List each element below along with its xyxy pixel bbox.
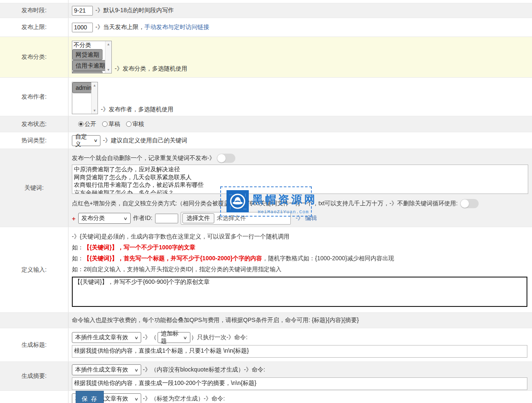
label-cell xyxy=(0,313,68,328)
keyword-category-select[interactable]: 发布分类 ∨ xyxy=(78,213,131,224)
title-gen-pre: -》（ xyxy=(143,334,157,341)
radio-checked-icon[interactable] xyxy=(78,121,84,127)
row-publish-limit: 发布上限: -》当天发布上限， 手动发布与定时访问链接 xyxy=(0,18,532,37)
define-instruction: -》{关键词}是必须的，生成内容字数也在这里定义，可以设置多个一行一个随机调用 xyxy=(72,233,532,240)
category-option[interactable]: 信用卡逾期 xyxy=(72,60,108,71)
hotword-type-select[interactable]: 自定义 ∨ xyxy=(72,135,100,146)
row-publish-author: 发布作者: admin ▲ ▼ -》发布作者，多选随机使用 xyxy=(0,78,532,116)
chevron-down-icon: ∨ xyxy=(134,335,138,340)
publish-time-desc: -》默认9-18点的时间段内写作 xyxy=(95,7,174,14)
publish-limit-desc: -》当天发布上限， xyxy=(95,24,145,31)
title-gen-command-textarea[interactable]: 根据我提供给你的内容，直接生成1个标题，只要1个标题 \n\n{标题} xyxy=(72,345,527,358)
title-gen-post: ）只执行一次-》命令: xyxy=(191,334,248,341)
radio-icon[interactable] xyxy=(102,121,108,127)
auto-delete-toggle[interactable] xyxy=(217,154,235,163)
row-keywords: 关键词: 发布一个就会自动删除一个，记录重复关键词不发布-》 中原消费逾期了怎么… xyxy=(0,149,532,227)
keywords-textarea[interactable]: 中原消费逾期了怎么办，应对及解决途径 网商贷逾期了怎么办，几天会联系紧急联系人 … xyxy=(72,165,528,194)
summary-gen-label: 生成摘要: xyxy=(0,362,68,390)
save-button[interactable]: 保 存 xyxy=(76,391,104,403)
row-command-note: 命令输入也是按字收费的，每个功能都会叠加QPS与费用，请根据QPS条件开启，命令… xyxy=(0,313,532,328)
title-append-select[interactable]: 追加标题 ∨ xyxy=(158,332,190,343)
status-radio-review[interactable]: 审核 xyxy=(126,120,144,128)
title-gen-mode-select[interactable]: 本插件生成文章有效 ∨ xyxy=(72,332,141,343)
bottom-post: -》（标签为空才生成）-》命令: xyxy=(143,395,225,403)
row-hotword-type: 热词类型: 自定义 ∨ -》建议自定义使用自己的关键词 xyxy=(0,132,532,149)
publish-category-desc: -》发布分类，多选随机使用 xyxy=(115,65,187,73)
row-title-gen: 生成标题: 本插件生成文章有效 ∨ -》（ 追加标题 ∨ ）只执行一次-》命令:… xyxy=(0,328,532,362)
row-define-input: 定义输入: -》{关键词}是必须的，生成内容字数也在这里定义，可以设置多个一行一… xyxy=(0,227,532,313)
publish-author-desc: -》发布作者，多选随机使用 xyxy=(101,106,174,113)
choose-file-button[interactable]: 选择文件 xyxy=(182,213,214,223)
keep-keywords-toggle[interactable] xyxy=(460,199,479,208)
chevron-down-icon: ∨ xyxy=(124,216,128,221)
summary-gen-mode-select[interactable]: 本插件生成文章有效 ∨ xyxy=(72,364,141,375)
row-publish-time: 发布时段: -》默认9-18点的时间段内写作 xyxy=(0,3,532,18)
define-example-1: 如：【{关键词}】，写一个不少于1000字的文章 xyxy=(72,244,532,251)
define-input-label: 定义输入: xyxy=(0,227,68,312)
category-option[interactable]: 网贷逾期 xyxy=(72,49,103,60)
author-id-input[interactable] xyxy=(155,214,178,223)
scroll-up-icon[interactable]: ▲ xyxy=(107,42,110,46)
listbox-scrollbar[interactable]: ▲ ▼ xyxy=(105,41,111,73)
row-publish-status: 发布状态: 公开 草稿 审核 xyxy=(0,116,532,132)
publish-time-label: 发布时段: xyxy=(0,3,68,18)
add-category-button[interactable]: + xyxy=(72,215,76,222)
define-example-2: 如：【{关键词}】，首先写一个标题，并写不少于{1000-2000}个字的内容，… xyxy=(72,255,532,262)
radio-icon[interactable] xyxy=(126,121,132,127)
manual-publish-link[interactable]: 手动发布与定时访问链接 xyxy=(145,24,209,31)
listbox-scrollbar[interactable]: ▲ ▼ xyxy=(91,82,97,114)
label-cell xyxy=(0,391,68,403)
plugin-settings-page: 发布时段: -》默认9-18点的时间段内写作 发布上限: -》当天发布上限， 手… xyxy=(0,0,532,403)
author-id-label: 作者ID: xyxy=(133,215,153,222)
keywords-loop-desc: -》不删除关键词循环使用: xyxy=(390,200,458,207)
publish-status-label: 发布状态: xyxy=(0,116,68,132)
publish-limit-label: 发布上限: xyxy=(0,18,68,37)
chevron-down-icon: ∨ xyxy=(183,335,187,340)
command-note-text: 命令输入也是按字收费的，每个功能都会叠加QPS与费用，请根据QPS条件开启，命令… xyxy=(72,317,359,324)
chevron-down-icon: ∨ xyxy=(93,138,97,143)
publish-category-label: 发布分类: xyxy=(0,37,68,77)
chevron-down-icon: ∨ xyxy=(134,368,138,372)
keywords-note: 点红色+增加分类，自定义独立分类方式:（相同分类会被覆盖），上传txt关键词文件… xyxy=(72,200,390,207)
file-input[interactable]: 选择文件 未选择文件 xyxy=(181,212,291,225)
scroll-down-icon[interactable]: ▼ xyxy=(93,109,96,113)
author-listbox[interactable]: admin ▲ ▼ xyxy=(72,82,98,114)
row-top-partial xyxy=(0,0,532,3)
category-listbox[interactable]: 不分类 网贷逾期 信用卡逾期 逾期协商 ▲ ▼ xyxy=(72,41,112,73)
hotword-type-desc: -》建议自定义使用自己的关键词 xyxy=(103,137,187,144)
title-gen-label: 生成标题: xyxy=(0,328,68,361)
keywords-label: 关键词: xyxy=(0,149,68,227)
label-cell xyxy=(0,0,68,3)
hotword-type-label: 热词类型: xyxy=(0,132,68,149)
category-option[interactable]: 逾期协商 xyxy=(72,71,103,73)
publish-author-label: 发布作者: xyxy=(0,78,68,116)
status-radio-draft[interactable]: 草稿 xyxy=(102,120,120,128)
publish-time-input[interactable] xyxy=(72,6,93,16)
row-summary-gen: 生成摘要: 本插件生成文章有效 ∨ -》（内容没有blockquote标签才生成… xyxy=(0,362,532,391)
chevron-down-icon: ∨ xyxy=(134,397,138,401)
keywords-toggle-desc: 发布一个就会自动删除一个，记录重复关键词不发布-》 xyxy=(72,154,215,162)
scroll-down-icon[interactable]: ▼ xyxy=(107,68,110,72)
publish-limit-input[interactable] xyxy=(72,23,93,32)
define-input-textarea[interactable]: 【{关键词}】，并写不少于{600-900}个字的原创文章 xyxy=(72,277,527,307)
edit-link[interactable]: -》 编辑 xyxy=(296,215,317,222)
define-example-3: 如：28|自定义输入，支持输入开头指定分类ID|，指定分类的关键词使用指定输入 xyxy=(72,266,532,273)
status-radio-public[interactable]: 公开 xyxy=(78,120,96,128)
summary-gen-post: -》（内容没有blockquote标签才生成）-》命令: xyxy=(143,366,265,374)
summary-gen-command-textarea[interactable]: 根据我提供给你的内容，直接生成一段100-200个字的摘要，\n\n{标题} xyxy=(72,377,527,390)
scroll-up-icon[interactable]: ▲ xyxy=(93,84,96,87)
row-publish-category: 发布分类: 不分类 网贷逾期 信用卡逾期 逾期协商 ▲ ▼ -》发布分类，多选随… xyxy=(0,37,532,78)
file-status-text: 未选择文件 xyxy=(217,215,246,222)
